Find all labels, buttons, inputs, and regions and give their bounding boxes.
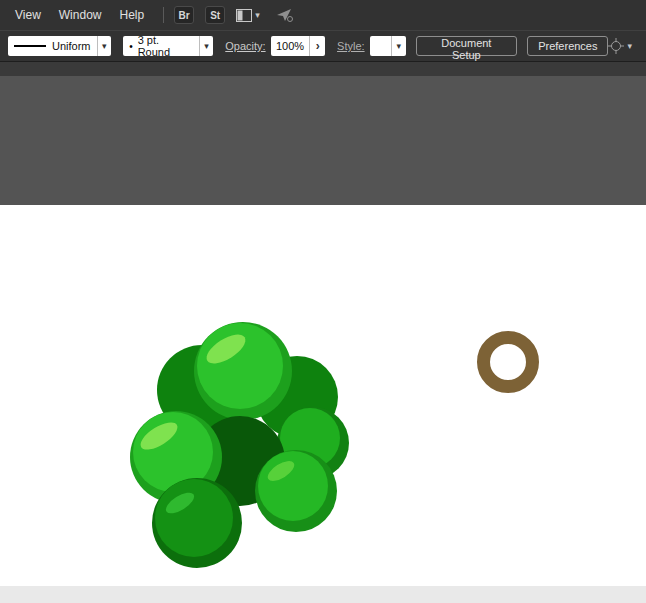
opacity-label[interactable]: Opacity: <box>225 40 265 52</box>
menu-help[interactable]: Help <box>110 0 153 30</box>
chevron-down-icon: ▾ <box>627 41 632 51</box>
opacity-expand-icon[interactable]: › <box>309 36 325 56</box>
style-label[interactable]: Style: <box>337 40 365 52</box>
style-dropdown[interactable] <box>370 36 391 56</box>
illustrator-window: View Window Help Br St ▾ Uniform <box>0 0 646 603</box>
pasteboard[interactable] <box>0 76 646 205</box>
target-icon <box>608 38 624 54</box>
stroke-profile-chevron-icon[interactable]: ▾ <box>97 36 112 56</box>
document-setup-button[interactable]: Document Setup <box>416 36 518 56</box>
menu-window[interactable]: Window <box>50 0 111 30</box>
stock-icon[interactable]: St <box>205 6 225 24</box>
brown-ring[interactable] <box>484 338 533 387</box>
green-ball[interactable] <box>255 450 337 532</box>
control-bar: Uniform ▾ • 3 pt. Round ▾ Opacity: 100% … <box>0 30 646 62</box>
preferences-button[interactable]: Preferences <box>527 36 608 56</box>
workspace-switcher[interactable]: ▾ <box>236 9 260 22</box>
menu-view[interactable]: View <box>6 0 50 30</box>
brush-chevron-icon[interactable]: ▾ <box>199 36 214 56</box>
chevron-down-icon: ▾ <box>255 10 260 20</box>
workspace-layout-icon <box>236 9 252 22</box>
menu-separator <box>163 7 164 23</box>
brush-dot-icon: • <box>129 41 133 52</box>
selection-target-control[interactable]: ▾ <box>608 38 632 54</box>
artwork-canvas[interactable] <box>0 205 646 586</box>
artboard[interactable] <box>0 205 646 586</box>
green-ball[interactable] <box>152 478 242 568</box>
opacity-input[interactable]: 100% <box>271 36 310 56</box>
bottom-strip <box>0 586 646 603</box>
share-icon[interactable] <box>276 7 294 23</box>
brush-name: 3 pt. Round <box>138 34 193 58</box>
style-chevron-icon[interactable]: ▾ <box>391 36 406 56</box>
green-ball[interactable] <box>194 322 292 420</box>
stroke-preview <box>14 45 46 47</box>
bridge-icon[interactable]: Br <box>174 6 194 24</box>
stroke-profile-dropdown[interactable]: Uniform <box>8 36 97 56</box>
stroke-profile-value: Uniform <box>52 40 91 52</box>
canvas-top-strip <box>0 62 646 76</box>
brush-dropdown[interactable]: • 3 pt. Round <box>123 36 199 56</box>
menu-bar: View Window Help Br St ▾ <box>0 0 646 30</box>
